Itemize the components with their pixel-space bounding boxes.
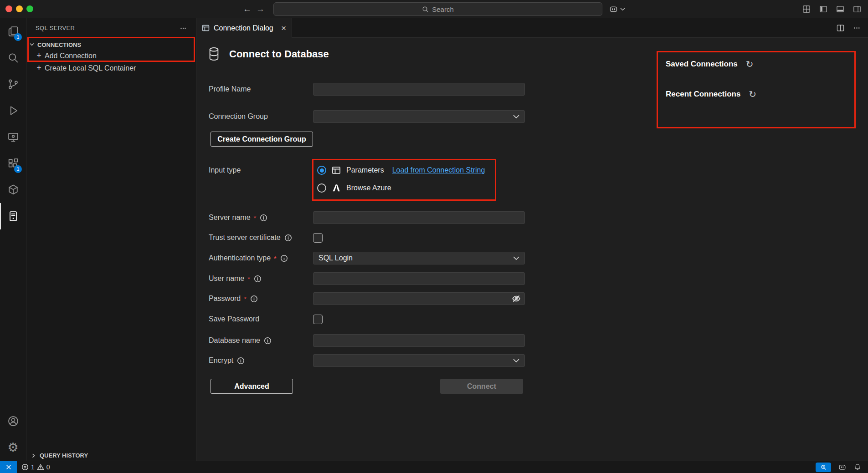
create-local-sql-container-label: Create Local SQL Container — [45, 64, 136, 72]
trust-server-certificate-label: Trust server certificate — [209, 231, 292, 244]
save-password-checkbox[interactable] — [313, 315, 323, 324]
extensions-badge: 1 — [14, 165, 22, 173]
database-name-input[interactable] — [313, 334, 525, 347]
activitybar-run-debug[interactable] — [0, 97, 26, 124]
window-minimize-button[interactable] — [16, 5, 23, 12]
dialog-title: Connect to Database — [229, 48, 329, 60]
password-input[interactable] — [313, 295, 512, 303]
more-actions-icon[interactable] — [180, 25, 187, 32]
advanced-button[interactable]: Advanced — [211, 379, 293, 394]
authentication-type-select[interactable]: SQL Login — [313, 252, 525, 264]
chevron-down-icon — [513, 115, 519, 119]
sql-server-icon — [7, 210, 20, 223]
create-connection-group-button[interactable]: Create Connection Group — [211, 132, 313, 147]
activitybar-extensions[interactable]: 1 — [0, 150, 26, 177]
info-icon — [284, 234, 292, 242]
toggle-sidebar-right-icon[interactable] — [853, 5, 862, 14]
remote-explorer-icon — [7, 131, 20, 143]
run-debug-icon — [7, 104, 20, 117]
activitybar-remote-explorer[interactable] — [0, 124, 26, 150]
warning-count: 0 — [46, 463, 50, 471]
notifications-bell-icon[interactable] — [853, 463, 862, 471]
saved-connections-title: Saved Connections — [666, 60, 738, 69]
eye-off-icon[interactable] — [512, 294, 524, 303]
activity-bar: 1 — [0, 18, 26, 461]
problems-status[interactable]: 1 0 — [21, 463, 50, 471]
zoom-status-item[interactable] — [816, 463, 831, 472]
connection-dialog-tab-icon — [202, 24, 210, 32]
plus-icon: + — [36, 51, 42, 61]
tab-close-icon[interactable]: × — [281, 24, 286, 32]
encrypt-label: Encrypt — [209, 354, 245, 367]
connection-group-select[interactable] — [313, 110, 525, 123]
source-control-icon — [7, 78, 20, 91]
trust-server-certificate-checkbox[interactable] — [313, 233, 323, 243]
parameters-radio[interactable] — [317, 166, 326, 175]
copilot-menu-button[interactable] — [609, 3, 625, 15]
connections-section-label: CONNECTIONS — [37, 41, 81, 48]
activitybar-explorer[interactable]: 1 — [0, 18, 26, 45]
toggle-panel-bottom-icon[interactable] — [836, 5, 845, 14]
command-center-search[interactable]: Search — [273, 2, 602, 16]
recent-connections-row: Recent Connections ↻ — [666, 88, 756, 101]
window-zoom-button[interactable] — [26, 5, 33, 12]
history-back-button[interactable]: ← — [243, 0, 252, 18]
authentication-type-value: SQL Login — [318, 254, 353, 262]
refresh-icon[interactable]: ↻ — [746, 60, 754, 69]
recent-connections-title: Recent Connections — [666, 90, 740, 99]
tab-bar: Connection Dialog × — [196, 18, 868, 38]
history-forward-button[interactable]: → — [256, 0, 265, 18]
sidebar-section-query-history[interactable]: QUERY HISTORY — [26, 450, 196, 461]
info-icon — [280, 254, 288, 262]
window-controls — [0, 5, 33, 12]
browse-azure-radio[interactable] — [317, 183, 326, 193]
activity-bar-bottom: ⚙ — [0, 408, 26, 461]
chevron-down-icon — [29, 42, 35, 47]
required-marker: * — [244, 295, 247, 303]
input-type-browse-azure-row: Browse Azure — [317, 182, 391, 194]
connections-panel: Saved Connections ↻ Recent Connections ↻ — [655, 38, 868, 461]
sidebar-section-connections[interactable]: CONNECTIONS — [26, 39, 196, 50]
sidebar-title: SQL SERVER — [36, 25, 75, 31]
copilot-status-icon[interactable] — [838, 463, 847, 472]
layout-controls — [802, 0, 862, 18]
error-icon — [21, 463, 29, 471]
package-icon — [7, 183, 20, 196]
gear-icon: ⚙ — [7, 442, 18, 454]
required-marker: * — [254, 214, 257, 222]
activitybar-search[interactable] — [0, 45, 26, 71]
profile-name-input[interactable] — [313, 83, 525, 96]
activitybar-accounts[interactable] — [0, 408, 26, 434]
parameters-label: Parameters — [346, 166, 384, 174]
activitybar-source-control[interactable] — [0, 71, 26, 97]
editor-actions — [836, 18, 868, 38]
sidebar-item-add-connection[interactable]: + Add Connection — [26, 50, 196, 62]
load-connection-string-link[interactable]: Load from Connection String — [392, 166, 485, 174]
window-close-button[interactable] — [5, 5, 12, 12]
refresh-icon[interactable]: ↻ — [749, 90, 756, 99]
chevron-down-icon — [513, 359, 519, 363]
input-type-parameters-row: Parameters Load from Connection String — [317, 164, 485, 177]
activitybar-sql-server[interactable] — [0, 203, 26, 229]
activitybar-settings[interactable]: ⚙ — [0, 434, 26, 461]
browse-azure-label: Browse Azure — [346, 184, 391, 192]
database-icon — [208, 47, 220, 61]
sidebar-item-create-local-sql-container[interactable]: + Create Local SQL Container — [26, 62, 196, 74]
chevron-down-icon — [513, 256, 519, 260]
authentication-type-label: Authentication type * — [209, 252, 288, 264]
toggle-sidebar-left-icon[interactable] — [819, 5, 828, 14]
server-name-input[interactable] — [313, 211, 525, 224]
user-name-input[interactable] — [313, 272, 525, 285]
remote-indicator[interactable] — [0, 461, 17, 473]
connect-button[interactable]: Connect — [440, 379, 523, 394]
status-bar-right — [816, 463, 868, 472]
split-editor-icon[interactable] — [836, 24, 845, 32]
tab-connection-dialog[interactable]: Connection Dialog × — [196, 18, 292, 38]
encrypt-select[interactable] — [313, 354, 525, 367]
connection-group-label: Connection Group — [209, 110, 268, 123]
more-actions-icon[interactable] — [853, 24, 861, 32]
chevron-right-icon — [31, 453, 36, 458]
activitybar-database-projects[interactable] — [0, 177, 26, 203]
server-name-label: Server name * — [209, 211, 267, 224]
customize-layout-icon[interactable] — [802, 5, 811, 14]
